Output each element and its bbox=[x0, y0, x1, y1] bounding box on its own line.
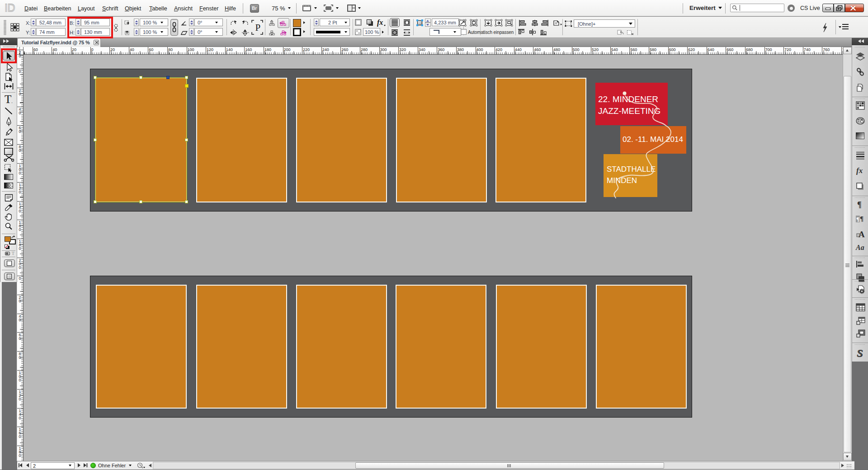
svg-text:P: P bbox=[255, 22, 261, 33]
svg-text:A: A bbox=[859, 230, 865, 239]
